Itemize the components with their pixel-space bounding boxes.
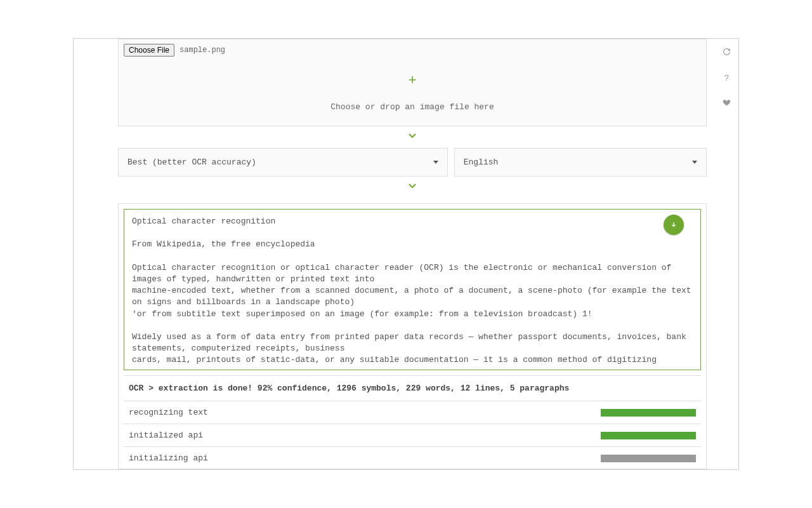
main-content: Choose File sample.png + Choose or drop …: [118, 39, 707, 469]
drop-hint-text: Choose or drop an image file here: [124, 102, 701, 112]
options-row: Best (better OCR accuracy) English: [118, 148, 707, 177]
output-scroll-area[interactable]: OCR > extraction is done! 92% confidence…: [119, 204, 706, 469]
heart-icon[interactable]: [723, 98, 731, 109]
help-icon[interactable]: ?: [724, 74, 730, 83]
chevron-down-icon: [408, 131, 417, 142]
status-text: OCR > extraction is done! 92% confidence…: [124, 375, 701, 401]
progress-row: initializing api: [124, 447, 701, 469]
caret-down-icon: [692, 161, 697, 164]
ocr-result-wrapper: [124, 209, 701, 370]
app-frame: ? Choose File sample.png + Choose or dro…: [73, 38, 739, 470]
ocr-result-textarea[interactable]: [124, 210, 700, 367]
selected-file-name: sample.png: [180, 46, 225, 55]
chevron-down-icon: [408, 182, 417, 192]
choose-file-button[interactable]: Choose File: [124, 44, 174, 57]
output-panel: OCR > extraction is done! 92% confidence…: [118, 203, 707, 469]
language-value: English: [464, 157, 499, 167]
progress-label: recognizing text: [129, 408, 208, 417]
ocr-mode-value: Best (better OCR accuracy): [128, 157, 256, 167]
progress-row: initialized api: [124, 424, 701, 447]
language-select[interactable]: English: [454, 148, 707, 177]
caret-down-icon: [433, 161, 438, 164]
ocr-mode-select[interactable]: Best (better OCR accuracy): [118, 148, 448, 177]
add-icon: +: [408, 73, 416, 89]
file-drop-panel[interactable]: Choose File sample.png + Choose or drop …: [118, 39, 707, 126]
progress-bar: [601, 409, 696, 417]
download-button[interactable]: [664, 215, 684, 235]
progress-label: initialized api: [129, 431, 203, 440]
progress-bar: [601, 455, 696, 462]
refresh-icon[interactable]: [723, 48, 731, 58]
progress-bar: [601, 432, 696, 439]
progress-label: initializing api: [129, 453, 208, 463]
side-toolbar: ?: [723, 48, 731, 109]
progress-row: recognizing text: [124, 401, 701, 424]
